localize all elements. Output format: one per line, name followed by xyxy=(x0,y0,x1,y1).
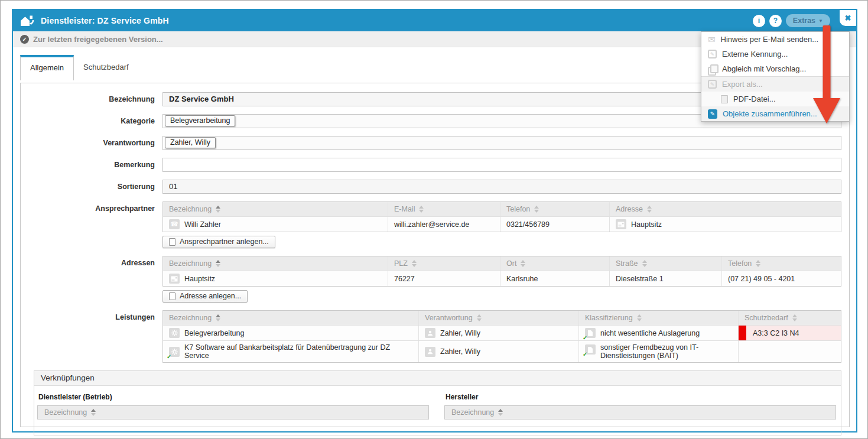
menu-group-export: ✎ Export als... PDF-Datei... ✎ Objekte z… xyxy=(701,76,849,121)
sort-icon xyxy=(498,409,503,416)
adresse-bezeichnung: Hauptsitz xyxy=(184,275,215,283)
adresse-plz: 76227 xyxy=(394,275,415,283)
leistung-schutzbedarf: A3:3 C2 I3 N4 xyxy=(753,329,799,337)
form-row-leistungen: Leistungen Bezeichnung Verantwortung Kla… xyxy=(21,310,841,363)
section-label: Leistungen xyxy=(21,310,162,321)
hersteller-label: Hersteller xyxy=(446,393,836,401)
menu-item-externe-kennung[interactable]: ✎ Externe Kennung... xyxy=(701,47,849,61)
column-header-adresse[interactable]: Adresse xyxy=(609,202,841,216)
column-header-ort[interactable]: Ort xyxy=(500,256,609,271)
column-label: Bezeichnung xyxy=(169,205,212,213)
column-header-bezeichnung[interactable]: Bezeichnung xyxy=(163,256,388,271)
column-label: Bezeichnung xyxy=(44,408,87,417)
adressen-table: Bezeichnung PLZ Ort Straße Telefon Haupt… xyxy=(162,256,841,287)
adresse-anlegen-button[interactable]: Adresse anlegen... xyxy=(162,290,248,303)
menu-item-label: PDF-Datei... xyxy=(733,95,776,103)
classification-icon: ✓ xyxy=(585,344,596,355)
column-header-plz[interactable]: PLZ xyxy=(388,256,500,271)
column-label: Bezeichnung xyxy=(169,314,212,322)
sort-icon xyxy=(419,206,424,213)
column-header-telefon[interactable]: Telefon xyxy=(721,256,841,271)
title-bar: Dienstleister: DZ Service GmbH i ? Extra… xyxy=(13,10,856,31)
column-header-bezeichnung[interactable]: Bezeichnung xyxy=(163,311,418,325)
column-header-klassifizierung[interactable]: Klassifizierung xyxy=(578,311,738,325)
tab-allgemein[interactable]: Allgemein xyxy=(20,55,74,80)
column-label: Bezeichnung xyxy=(451,408,494,417)
ansprechpartner-anlegen-button[interactable]: Ansprechpartner anlegen... xyxy=(162,236,275,248)
menu-item-objekte-zusammenfuehren[interactable]: ✎ Objekte zusammenführen... xyxy=(701,106,849,121)
table-row[interactable]: ✓ K7 Software auf Bankarbeitsplatz für D… xyxy=(163,340,841,362)
menu-item-label: Hinweis per E-Mail senden... xyxy=(721,35,818,44)
column-header-strasse[interactable]: Straße xyxy=(609,256,721,271)
dienstleister-betrieb-table-header[interactable]: Bezeichnung xyxy=(37,405,429,420)
verantwortung-field[interactable]: Zahler, Willy xyxy=(162,136,841,150)
extras-dropdown-menu: ✉ Hinweis per E-Mail senden... ✎ Externe… xyxy=(701,31,850,122)
menu-item-pdf-datei[interactable]: PDF-Datei... xyxy=(701,92,849,106)
form-row-sortierung: Sortierung 01 xyxy=(21,180,841,194)
help-button[interactable]: ? xyxy=(769,15,782,27)
button-label: Ansprechpartner anlegen... xyxy=(180,238,269,246)
titlebar-actions: i ? Extras ▼ xyxy=(753,14,830,27)
pdf-file-icon xyxy=(721,95,728,103)
page-title: Dienstleister: DZ Service GmbH xyxy=(41,16,169,25)
table-header-row: Bezeichnung Verantwortung Klassifizierun… xyxy=(163,311,841,325)
column-header-email[interactable]: E-Mail xyxy=(388,202,500,216)
table-row[interactable]: Hauptsitz 76227 Karlsruhe Dieselstraße 1… xyxy=(163,271,841,286)
column-label: PLZ xyxy=(394,259,408,268)
sort-icon xyxy=(216,260,220,267)
leistung-klassifizierung: sonstiger Fremdbezug von IT-Dienstleistu… xyxy=(600,343,732,360)
person-icon xyxy=(425,328,435,338)
pencil-glyph: ✎ xyxy=(710,110,715,117)
column-header-schutzbedarf[interactable]: Schutzbedarf xyxy=(738,311,841,325)
form-row-ansprechpartner: Ansprechpartner Bezeichnung E-Mail Telef… xyxy=(21,201,841,248)
column-label: Schutzbedarf xyxy=(745,314,788,322)
table-row[interactable]: ☎ Willi Zahler willi.zahler@service.de 0… xyxy=(163,216,841,232)
close-button[interactable]: ✖ xyxy=(840,10,856,26)
table-row[interactable]: Belegverarbeitung Zahler, Willy ✓ nicht … xyxy=(163,325,841,340)
button-label: Adresse anlegen... xyxy=(180,292,241,300)
leistung-bezeichnung: K7 Software auf Bankarbeitsplatz für Dat… xyxy=(184,343,412,360)
tab-schutzbedarf[interactable]: Schutzbedarf xyxy=(74,55,138,80)
hersteller-table-header[interactable]: Bezeichnung xyxy=(444,405,836,420)
person-icon xyxy=(425,347,435,357)
sort-icon xyxy=(521,260,525,267)
ansprechpartner-email: willi.zahler@service.de xyxy=(394,220,469,229)
sort-icon xyxy=(216,314,220,321)
menu-item-export-als[interactable]: ✎ Export als... xyxy=(701,77,849,92)
sort-icon xyxy=(756,260,760,267)
column-header-bezeichnung[interactable]: Bezeichnung xyxy=(163,202,388,216)
menu-item-label: Externe Kennung... xyxy=(722,50,788,58)
ansprechpartner-adresse: Hauptsitz xyxy=(631,220,662,229)
pencil-glyph: ✎ xyxy=(710,51,715,57)
bemerkung-input[interactable] xyxy=(162,158,841,172)
info-icon: i xyxy=(758,17,760,25)
verantwortung-chip[interactable]: Zahler, Willy xyxy=(165,137,216,148)
column-label: Telefon xyxy=(728,259,752,268)
menu-item-label: Abgleich mit Vorschlag... xyxy=(722,64,806,73)
info-button[interactable]: i xyxy=(753,15,765,27)
dienstleister-betrieb-label: Dienstleister (Betrieb) xyxy=(38,393,429,401)
sort-icon xyxy=(412,260,417,267)
extras-button[interactable]: Extras ▼ xyxy=(786,14,830,27)
export-icon: ✎ xyxy=(708,80,717,89)
address-icon xyxy=(616,219,626,229)
column-header-telefon[interactable]: Telefon xyxy=(500,202,609,216)
sortierung-field[interactable]: 01 xyxy=(162,180,841,194)
menu-item-hinweis-email[interactable]: ✉ Hinweis per E-Mail senden... xyxy=(701,32,849,47)
verknuepfungen-body: Dienstleister (Betrieb) Bezeichnung Hers… xyxy=(34,386,841,435)
column-label: Verantwortung xyxy=(425,314,473,322)
form-row-bemerkung: Bemerkung xyxy=(21,158,841,172)
leistungen-table: Bezeichnung Verantwortung Klassifizierun… xyxy=(162,310,841,363)
new-document-icon xyxy=(169,238,175,246)
close-icon: ✖ xyxy=(845,14,851,22)
copy-icon xyxy=(708,64,717,73)
hersteller-column: Hersteller Bezeichnung xyxy=(444,392,836,420)
leistung-klassifizierung: nicht wesentliche Auslagerung xyxy=(600,329,700,337)
kategorie-chip[interactable]: Belegverarbeitung xyxy=(165,115,235,126)
adresse-strasse: Dieselstraße 1 xyxy=(616,275,664,283)
column-header-verantwortung[interactable]: Verantwortung xyxy=(418,311,578,325)
ansprechpartner-telefon: 0321/456789 xyxy=(506,220,550,229)
field-label: Bemerkung xyxy=(21,158,162,169)
menu-item-abgleich-vorschlag[interactable]: Abgleich mit Vorschlag... xyxy=(701,61,849,76)
sort-icon xyxy=(216,206,220,213)
